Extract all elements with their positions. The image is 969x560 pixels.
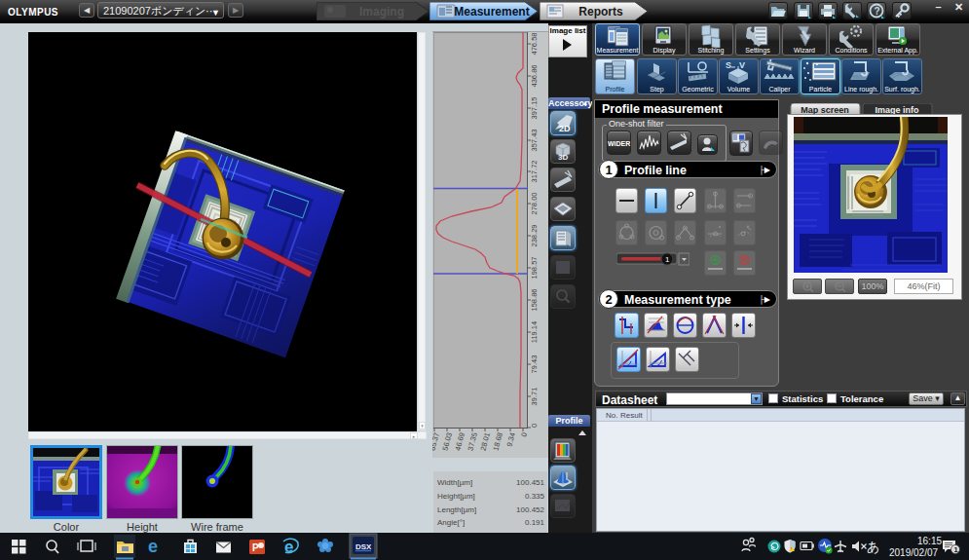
svg-text:1: 1 bbox=[665, 255, 670, 264]
svg-text:0: 0 bbox=[530, 424, 539, 428]
svg-text:Map screen: Map screen bbox=[801, 105, 849, 115]
svg-text:0: 0 bbox=[519, 431, 529, 437]
svg-text:!: ! bbox=[791, 546, 792, 551]
svg-text:397.15: 397.15 bbox=[530, 97, 539, 120]
svg-text:?: ? bbox=[875, 6, 880, 17]
svg-text:357.43: 357.43 bbox=[530, 130, 539, 152]
svg-text:56.03: 56.03 bbox=[440, 431, 454, 451]
svg-text:16:15: 16:15 bbox=[917, 536, 942, 546]
svg-text:238.29: 238.29 bbox=[530, 225, 539, 247]
svg-text:39.71: 39.71 bbox=[530, 388, 539, 406]
svg-text:18.68: 18.68 bbox=[491, 431, 504, 451]
svg-text:436.86: 436.86 bbox=[530, 65, 539, 88]
svg-text:37.35: 37.35 bbox=[466, 431, 479, 451]
svg-text:278.00: 278.00 bbox=[530, 193, 539, 215]
svg-text:DSX: DSX bbox=[355, 542, 372, 551]
svg-text:28.01: 28.01 bbox=[478, 431, 492, 451]
svg-text:317.72: 317.72 bbox=[530, 161, 539, 183]
svg-text:S: S bbox=[726, 60, 731, 70]
svg-text:198.57: 198.57 bbox=[530, 257, 539, 280]
svg-text:V: V bbox=[739, 60, 745, 70]
svg-text:46.69: 46.69 bbox=[453, 431, 466, 451]
svg-text:2D: 2D bbox=[559, 124, 571, 133]
svg-text:158.86: 158.86 bbox=[530, 289, 539, 312]
svg-text:1: 1 bbox=[954, 545, 958, 554]
svg-text:79.43: 79.43 bbox=[530, 355, 539, 374]
svg-text:e: e bbox=[148, 537, 158, 556]
svg-text:9.34: 9.34 bbox=[504, 431, 516, 447]
svg-text:2019/02/07: 2019/02/07 bbox=[889, 547, 938, 558]
svg-text:3D: 3D bbox=[558, 153, 568, 162]
svg-text:P: P bbox=[252, 542, 259, 553]
svg-text:あ: あ bbox=[867, 540, 879, 554]
svg-text:119.14: 119.14 bbox=[530, 321, 539, 343]
svg-text:Image info: Image info bbox=[875, 105, 919, 115]
svg-text:476.58: 476.58 bbox=[530, 33, 539, 56]
